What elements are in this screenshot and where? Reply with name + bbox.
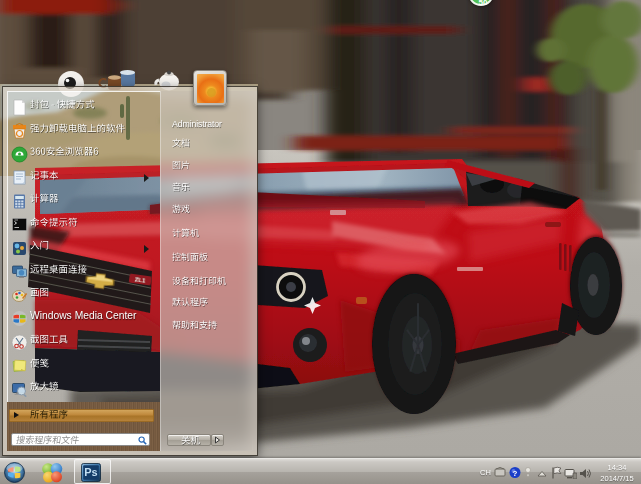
svg-text:?: ? [513,469,518,478]
svg-text:Ps: Ps [84,466,97,478]
